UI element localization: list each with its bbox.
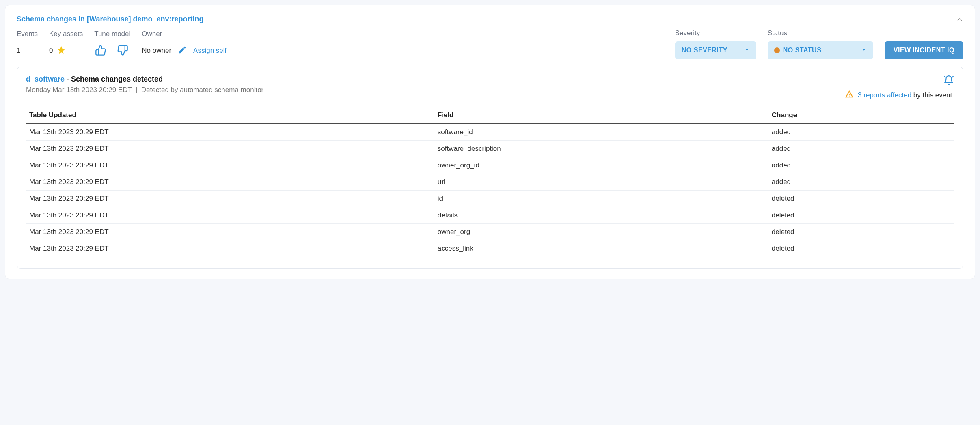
thumbs-up-icon (95, 45, 106, 57)
affected-line: 3 reports affected by this event. (845, 90, 954, 101)
edit-owner-icon[interactable] (178, 45, 187, 56)
owner-label: Owner (142, 30, 227, 38)
owner-value: No owner (142, 47, 171, 55)
status-col: Status NO STATUS (768, 29, 873, 59)
cell-change: added (768, 141, 954, 157)
severity-label: Severity (675, 29, 756, 37)
card-header: Schema changes in [Warehouse] demo_env:r… (17, 15, 963, 24)
warning-icon (845, 90, 854, 101)
event-meta: Monday Mar 13th 2023 20:29 EDT | Detecte… (26, 86, 263, 94)
table-row: Mar 13th 2023 20:29 EDTaccess_linkdelete… (26, 240, 954, 257)
table-row: Mar 13th 2023 20:29 EDTowner_org_idadded (26, 157, 954, 174)
cell-change: deleted (768, 207, 954, 224)
affected-tail: by this event. (911, 91, 954, 99)
event-description: Schema changes detected (71, 75, 163, 83)
table-row: Mar 13th 2023 20:29 EDTdetailsdeleted (26, 207, 954, 224)
status-label: Status (768, 29, 873, 37)
cell-table-updated: Mar 13th 2023 20:29 EDT (26, 174, 434, 191)
events-col: Events 1 (17, 30, 38, 59)
cell-change: deleted (768, 191, 954, 207)
incident-title-link[interactable]: Schema changes in [Warehouse] demo_env:r… (17, 15, 203, 24)
cell-field: url (434, 174, 768, 191)
status-dot-icon (774, 47, 780, 53)
owner-col: Owner No owner Assign self (142, 30, 227, 59)
collapse-icon[interactable] (956, 16, 963, 23)
reports-affected-link[interactable]: 3 reports affected (858, 91, 911, 99)
key-assets-col: Key assets 0 (49, 30, 83, 59)
th-field: Field (434, 107, 768, 124)
cell-field: details (434, 207, 768, 224)
event-timestamp: Monday Mar 13th 2023 20:29 EDT (26, 86, 132, 94)
event-sep: - (65, 75, 71, 83)
status-value: NO STATUS (783, 47, 822, 54)
event-header: d_software - Schema changes detected Mon… (26, 75, 954, 101)
cell-change: added (768, 157, 954, 174)
cell-change: deleted (768, 224, 954, 240)
incident-card: Schema changes in [Warehouse] demo_env:r… (5, 5, 975, 279)
cell-field: access_link (434, 240, 768, 257)
cell-field: owner_org (434, 224, 768, 240)
cell-table-updated: Mar 13th 2023 20:29 EDT (26, 191, 434, 207)
assign-self-link[interactable]: Assign self (193, 47, 227, 55)
event-detected-by: Detected by automated schema monitor (141, 86, 263, 94)
th-table-updated: Table Updated (26, 107, 434, 124)
event-asset-link[interactable]: d_software (26, 75, 65, 83)
cell-table-updated: Mar 13th 2023 20:29 EDT (26, 240, 434, 257)
event-title: d_software - Schema changes detected (26, 75, 263, 84)
thumbs-down-button[interactable] (116, 44, 129, 58)
table-row: Mar 13th 2023 20:29 EDTsoftware_descript… (26, 141, 954, 157)
cell-change: added (768, 174, 954, 191)
events-value: 1 (17, 47, 20, 55)
cell-field: id (434, 191, 768, 207)
key-assets-value: 0 (49, 47, 53, 55)
cell-field: owner_org_id (434, 157, 768, 174)
severity-select[interactable]: NO SEVERITY (675, 41, 756, 59)
schema-changes-table: Table Updated Field Change Mar 13th 2023… (26, 107, 954, 257)
cell-change: deleted (768, 240, 954, 257)
cell-table-updated: Mar 13th 2023 20:29 EDT (26, 141, 434, 157)
th-change: Change (768, 107, 954, 124)
events-label: Events (17, 30, 38, 38)
action-col: VIEW INCIDENT IQ (885, 31, 963, 59)
thumbs-down-icon (117, 45, 128, 57)
status-select[interactable]: NO STATUS (768, 41, 873, 59)
table-row: Mar 13th 2023 20:29 EDTsoftware_idadded (26, 124, 954, 141)
star-icon (57, 45, 66, 56)
table-row: Mar 13th 2023 20:29 EDTurladded (26, 174, 954, 191)
cell-change: added (768, 124, 954, 141)
info-bar: Events 1 Key assets 0 Tune model (17, 29, 963, 59)
severity-value: NO SEVERITY (682, 47, 727, 54)
tune-model-col: Tune model (94, 30, 130, 59)
event-card: d_software - Schema changes detected Mon… (17, 67, 963, 269)
chevron-down-icon (744, 47, 750, 54)
tune-model-label: Tune model (94, 30, 130, 38)
table-row: Mar 13th 2023 20:29 EDTiddeleted (26, 191, 954, 207)
table-row: Mar 13th 2023 20:29 EDTowner_orgdeleted (26, 224, 954, 240)
cell-table-updated: Mar 13th 2023 20:29 EDT (26, 224, 434, 240)
cell-table-updated: Mar 13th 2023 20:29 EDT (26, 124, 434, 141)
chevron-down-icon (861, 47, 867, 54)
thumbs-up-button[interactable] (94, 44, 107, 58)
bell-icon[interactable] (943, 75, 954, 87)
cell-table-updated: Mar 13th 2023 20:29 EDT (26, 157, 434, 174)
key-assets-label: Key assets (49, 30, 83, 38)
view-incident-iq-button[interactable]: VIEW INCIDENT IQ (885, 41, 963, 59)
cell-field: software_id (434, 124, 768, 141)
cell-table-updated: Mar 13th 2023 20:29 EDT (26, 207, 434, 224)
cell-field: software_description (434, 141, 768, 157)
severity-col: Severity NO SEVERITY (675, 29, 756, 59)
